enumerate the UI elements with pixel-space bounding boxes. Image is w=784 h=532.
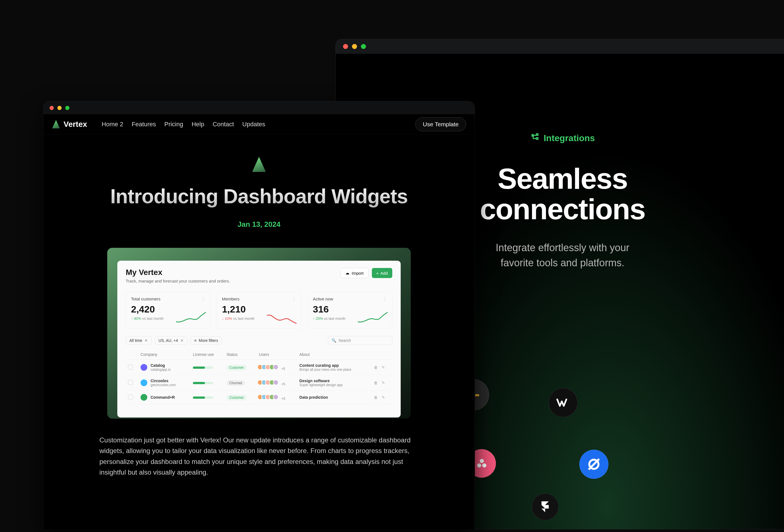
- nav-link[interactable]: Features: [132, 121, 156, 128]
- column-header[interactable]: [126, 349, 138, 360]
- stat-delta: ↑ 40%: [131, 316, 141, 320]
- close-icon[interactable]: ✕: [144, 338, 148, 343]
- chip-label: US, AU, +4: [159, 338, 178, 343]
- table-header-row: CompanyLicense useStatusUsersAbout: [126, 349, 392, 360]
- company-name: Circooles: [151, 379, 176, 383]
- button-label: Add: [380, 271, 388, 276]
- edit-icon[interactable]: ✎: [382, 365, 385, 370]
- nav-links: Home 2FeaturesPricingHelpContactUpdates: [102, 121, 265, 128]
- close-icon[interactable]: ✕: [180, 338, 184, 343]
- minimize-icon[interactable]: [352, 44, 357, 49]
- search-placeholder: Search: [338, 338, 351, 343]
- framer-icon[interactable]: [532, 493, 559, 520]
- delete-icon[interactable]: 🗑: [374, 395, 378, 399]
- stat-card: Total customers ⋮ 2,420 ↑ 40% vs last mo…: [126, 292, 211, 329]
- license-bar: [193, 382, 213, 384]
- zoom-icon[interactable]: [361, 44, 366, 49]
- table-row[interactable]: Catalog catalogapp.io Customer +5 Conten…: [126, 360, 392, 375]
- nav-link[interactable]: Help: [192, 121, 204, 128]
- company-domain: catalogapp.io: [151, 368, 170, 371]
- data-table: CompanyLicense useStatusUsersAbout Catal…: [126, 349, 392, 404]
- nav-link[interactable]: Pricing: [164, 121, 183, 128]
- zoom-icon[interactable]: [65, 106, 69, 110]
- menu-icon[interactable]: ⋮: [383, 297, 387, 302]
- more-filters-button[interactable]: ≡ More filters: [191, 336, 222, 345]
- vertex-logo-icon: [251, 157, 267, 172]
- about-title: Content curating app: [299, 363, 369, 368]
- column-header[interactable]: [371, 349, 392, 360]
- cloud-icon: ☁: [345, 271, 349, 276]
- chip-label: All time: [129, 338, 142, 343]
- edit-icon[interactable]: ✎: [382, 381, 385, 385]
- checkbox[interactable]: [128, 380, 133, 385]
- company-logo-icon: [141, 380, 147, 386]
- company-logo-icon: [141, 394, 147, 401]
- sub-line: favorite tools and platforms.: [501, 257, 624, 269]
- about-sub: Super lightweight design app: [299, 383, 369, 387]
- article-date: Jan 13, 2024: [100, 220, 419, 229]
- delete-icon[interactable]: 🗑: [374, 365, 378, 370]
- hero-image: My Vertex Track, manage and forecast you…: [107, 248, 411, 419]
- window-titlebar: [44, 101, 475, 114]
- column-header[interactable]: Status: [224, 349, 257, 360]
- stat-label: Total customers: [131, 297, 161, 302]
- stat-delta: ↓ 10%: [222, 316, 232, 320]
- about-title: Data prediction: [299, 395, 369, 399]
- column-header[interactable]: About: [297, 349, 371, 360]
- column-header[interactable]: License use: [191, 349, 224, 360]
- dashboard-mock: My Vertex Track, manage and forecast you…: [117, 261, 401, 418]
- column-header[interactable]: Users: [257, 349, 297, 360]
- sparkline-icon: [266, 310, 297, 325]
- stat-label: Members: [222, 297, 240, 302]
- eyebrow-text: Integrations: [543, 133, 595, 143]
- about-sub: Brings all your news into one place: [299, 368, 369, 371]
- menu-icon[interactable]: ⋮: [292, 297, 296, 302]
- sparkline-icon: [175, 310, 206, 325]
- user-more: +5: [281, 382, 285, 386]
- dashboard-header: My Vertex Track, manage and forecast you…: [126, 268, 392, 283]
- stat-delta-caption: vs last month: [142, 316, 164, 320]
- brand[interactable]: Vertex: [52, 120, 87, 129]
- minimize-icon[interactable]: [57, 106, 62, 110]
- nav-link[interactable]: Updates: [242, 121, 265, 128]
- filter-chip-region[interactable]: US, AU, +4 ✕: [155, 336, 187, 345]
- table-row[interactable]: Circooles getcircooles.com Churned +5 De…: [126, 375, 392, 391]
- svg-point-4: [480, 459, 484, 463]
- filter-chip-time[interactable]: All time ✕: [126, 336, 151, 345]
- delete-icon[interactable]: 🗑: [374, 381, 378, 385]
- sparkline-icon: [357, 310, 388, 325]
- use-template-button[interactable]: Use Template: [415, 117, 466, 131]
- status-badge: Churned: [226, 380, 245, 386]
- stat-card: Members ⋮ 1,210 ↓ 10% vs last month: [217, 292, 302, 329]
- heading-line: Seamless: [498, 162, 627, 195]
- integrations-subheading: Integrate effortlessly with your favorit…: [456, 240, 669, 271]
- circle-icon[interactable]: [579, 450, 609, 479]
- import-button[interactable]: ☁ Import: [340, 268, 368, 278]
- plus-icon: +: [376, 271, 379, 276]
- user-avatars: [259, 394, 279, 400]
- integrations-icon: [530, 132, 539, 144]
- checkbox[interactable]: [128, 394, 133, 399]
- stat-card: Active now ⋮ 316 ↑ 20% vs last month: [307, 292, 392, 329]
- sub-line: Integrate effortlessly with your: [496, 242, 629, 253]
- window-titlebar: [336, 39, 784, 54]
- add-button[interactable]: + Add: [372, 268, 392, 278]
- table-row[interactable]: Command+R Customer +5 Data prediction 🗑 …: [126, 391, 392, 404]
- dashboard-subtitle: Track, manage and forecast your customer…: [126, 279, 230, 283]
- checkbox[interactable]: [128, 365, 133, 370]
- search-input[interactable]: 🔍 Search: [328, 336, 392, 345]
- company-name: Command+R: [151, 395, 175, 399]
- license-bar: [193, 396, 213, 399]
- browser-window-vertex: Vertex Home 2FeaturesPricingHelpContactU…: [44, 101, 475, 530]
- stat-label: Active now: [313, 297, 333, 302]
- company-logo-icon: [141, 364, 147, 371]
- close-icon[interactable]: [50, 106, 54, 110]
- search-icon: 🔍: [332, 338, 336, 343]
- webflow-icon[interactable]: [549, 388, 578, 417]
- close-icon[interactable]: [343, 44, 348, 49]
- menu-icon[interactable]: ⋮: [201, 297, 205, 302]
- nav-link[interactable]: Contact: [213, 121, 234, 128]
- column-header[interactable]: Company: [138, 349, 191, 360]
- edit-icon[interactable]: ✎: [382, 395, 385, 399]
- nav-link[interactable]: Home 2: [102, 121, 123, 128]
